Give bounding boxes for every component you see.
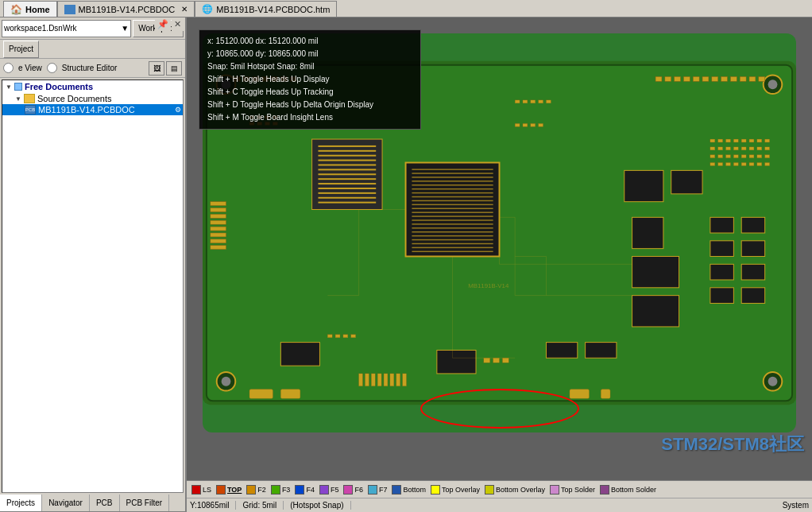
svg-rect-115: [733, 139, 738, 142]
svg-rect-19: [675, 76, 681, 81]
svg-rect-123: [733, 147, 738, 150]
layer-top[interactable]: TOP: [215, 485, 243, 495]
svg-rect-20: [683, 76, 690, 81]
tab-htm[interactable]: 🌐 MB1191B-V14.PCBDOC.htm: [195, 1, 337, 17]
layer-top-overlay[interactable]: Top Overlay: [429, 485, 481, 495]
svg-rect-135: [765, 155, 770, 158]
panel-tab-pcb[interactable]: PCB: [90, 495, 120, 511]
panel-tab-pcb-filter-label: PCB Filter: [126, 498, 163, 507]
layer-label-f5: F5: [331, 486, 339, 494]
e-view-label[interactable]: e View: [18, 64, 42, 72]
svg-rect-64: [412, 215, 493, 216]
svg-rect-152: [249, 390, 273, 399]
svg-rect-92: [539, 123, 543, 126]
svg-rect-35: [318, 169, 376, 170]
close-panel-icon[interactable]: ✕: [172, 17, 184, 31]
svg-rect-45: [211, 214, 226, 218]
svg-rect-142: [757, 163, 762, 166]
panel-tab-navigator[interactable]: Navigator: [42, 495, 90, 511]
layer-bottom[interactable]: Bottom: [390, 485, 427, 495]
layer-top-solder[interactable]: Top Solder: [548, 485, 597, 495]
svg-rect-50: [211, 246, 226, 250]
pcb-viewport[interactable]: x: 15120.000 dx: 15120.000 mil y: 10865.…: [187, 17, 812, 480]
svg-rect-114: [726, 139, 731, 142]
free-documents-header[interactable]: ▼ Free Documents: [2, 80, 183, 93]
tab-home[interactable]: 🏠 Home: [3, 1, 57, 17]
pin-icon[interactable]: 📌: [155, 17, 171, 31]
close-icon-1[interactable]: ✕: [181, 5, 188, 14]
svg-text:MB1191B-V14: MB1191B-V14: [468, 282, 509, 289]
svg-rect-86: [531, 100, 536, 103]
pcb-icon: [64, 5, 75, 14]
svg-rect-85: [523, 100, 528, 103]
view-icon-1[interactable]: 🖼: [149, 61, 164, 76]
cursor-tooltip: x: 15120.000 dx: 15120.000 mil y: 10865.…: [199, 29, 421, 130]
pcb-file-icon: PCB: [25, 105, 36, 114]
layer-bar: LS TOP F2 F3 F4: [187, 480, 812, 498]
svg-rect-103: [586, 343, 617, 359]
svg-rect-49: [211, 239, 226, 243]
svg-rect-54: [412, 176, 493, 177]
svg-rect-53: [412, 173, 493, 173]
svg-rect-104: [359, 374, 363, 386]
layer-label-ls: LS: [203, 486, 211, 494]
layer-f5[interactable]: F5: [318, 485, 341, 495]
source-documents-label: Source Documents: [37, 94, 112, 103]
e-view-radio[interactable]: [3, 63, 14, 73]
svg-rect-112: [710, 139, 715, 142]
layer-color-bottom-solder: [600, 485, 609, 495]
svg-rect-157: [632, 296, 679, 327]
structure-editor-radio[interactable]: [47, 63, 57, 73]
svg-point-9: [768, 377, 778, 386]
svg-rect-62: [412, 208, 493, 209]
svg-rect-55: [412, 180, 493, 181]
svg-rect-137: [718, 163, 723, 166]
layer-label-top-overlay: Top Overlay: [442, 486, 480, 494]
structure-editor-label[interactable]: Structure Editor: [62, 64, 117, 72]
layer-color-f3: [271, 485, 280, 495]
workspace-dropdown[interactable]: workspace1.DsnWrk ▼: [2, 20, 131, 37]
layer-label-f4: F4: [306, 486, 315, 494]
watermark: STM32/STM8社区: [661, 432, 804, 456]
layer-f3[interactable]: F3: [269, 485, 292, 495]
view-toggle: e View Structure Editor 🖼 ▤: [0, 59, 185, 78]
dropdown-arrow-icon: ▼: [121, 24, 129, 33]
status-grid-label: Grid: 5mil: [242, 501, 276, 510]
watermark-text: STM32/STM8社区: [661, 434, 804, 454]
svg-point-5: [768, 80, 778, 89]
svg-rect-63: [412, 211, 493, 212]
view-icon-2[interactable]: ▤: [166, 61, 182, 76]
svg-rect-75: [671, 170, 702, 193]
svg-rect-67: [412, 227, 493, 228]
layer-color-bottom-overlay: [485, 485, 494, 495]
svg-rect-22: [702, 76, 709, 81]
svg-rect-96: [343, 335, 348, 338]
svg-rect-113: [718, 139, 723, 142]
layer-label-f7: F7: [379, 486, 388, 494]
expand-icon-2: ▼: [15, 95, 21, 103]
layer-f4[interactable]: F4: [293, 485, 316, 495]
layer-f2[interactable]: F2: [245, 485, 268, 495]
layer-bottom-overlay[interactable]: Bottom Overlay: [483, 485, 547, 495]
panel-tab-pcb-filter[interactable]: PCB Filter: [120, 495, 170, 511]
tooltip-line3: Snap: 5mil Hotspot Snap: 8mil: [207, 60, 412, 73]
pcb-file-item[interactable]: PCB MB1191B-V14.PCBDOC ⚙: [2, 104, 183, 115]
workspace-dropdown-label: workspace1.DsnWrk: [4, 24, 77, 33]
layer-bottom-solder[interactable]: Bottom Solder: [598, 485, 658, 495]
svg-rect-39: [318, 188, 376, 189]
layer-ls[interactable]: LS: [190, 485, 213, 495]
project-button[interactable]: Project: [3, 41, 39, 58]
tab-pcbdoc[interactable]: MB1191B-V14.PCBDOC ✕: [57, 1, 195, 17]
svg-rect-33: [318, 160, 376, 161]
svg-rect-132: [741, 155, 746, 158]
svg-rect-70: [412, 239, 493, 240]
svg-rect-133: [749, 155, 754, 158]
layer-f7[interactable]: F7: [366, 485, 389, 495]
source-documents-item[interactable]: ▼ Source Documents: [2, 93, 183, 104]
layer-label-bottom-overlay: Bottom Overlay: [496, 486, 545, 494]
layer-color-f5: [319, 485, 329, 495]
svg-rect-91: [531, 123, 536, 126]
tooltip-line2: y: 10865.000 dy: 10865.000 mil: [207, 48, 412, 60]
layer-f6[interactable]: F6: [342, 485, 365, 495]
panel-tab-projects[interactable]: Projects: [0, 495, 42, 511]
